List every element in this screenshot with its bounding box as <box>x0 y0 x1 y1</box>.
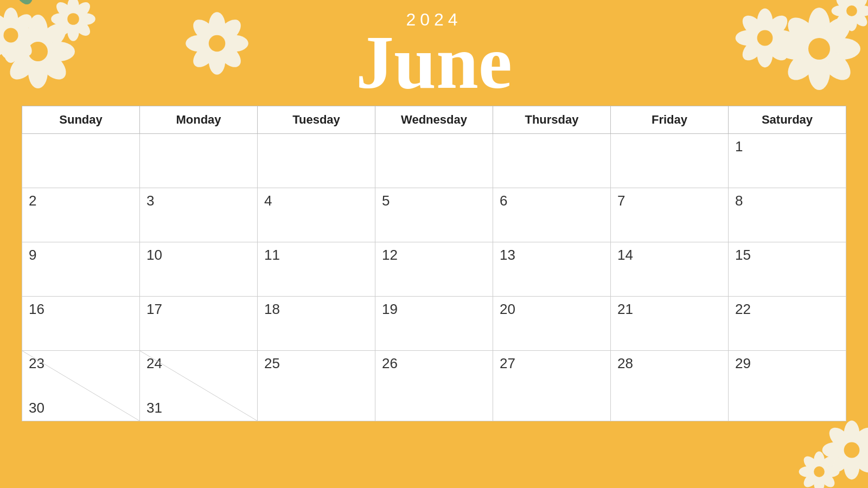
week-row-3: 9 10 11 12 13 14 15 <box>22 242 846 297</box>
svg-line-86 <box>140 351 257 421</box>
day-4: 4 <box>258 188 375 242</box>
day-14: 14 <box>611 242 729 297</box>
header-friday: Friday <box>611 106 729 134</box>
day-5: 5 <box>375 188 493 242</box>
day-1: 1 <box>729 134 846 188</box>
day-27: 27 <box>493 351 611 421</box>
day-24-31: 24 31 <box>140 351 258 421</box>
day-21: 21 <box>611 297 729 351</box>
day-11: 11 <box>258 242 375 297</box>
calendar-body: 1 2 3 4 5 6 7 8 9 10 11 12 13 14 15 <box>22 134 846 421</box>
day-10: 10 <box>140 242 258 297</box>
calendar-table: Sunday Monday Tuesday Wednesday Thursday… <box>22 106 846 421</box>
calendar-grid: Sunday Monday Tuesday Wednesday Thursday… <box>22 106 846 421</box>
header-saturday: Saturday <box>729 106 846 134</box>
day-9: 9 <box>22 242 140 297</box>
week-row-5: 23 30 24 31 25 26 27 28 29 <box>22 351 846 421</box>
svg-point-75 <box>844 442 860 458</box>
day-empty-6 <box>611 134 729 188</box>
header-tuesday: Tuesday <box>258 106 375 134</box>
day-3: 3 <box>140 188 258 242</box>
svg-point-84 <box>814 466 825 477</box>
day-19: 19 <box>375 297 493 351</box>
header-monday: Monday <box>140 106 258 134</box>
month-label: June <box>0 24 868 100</box>
day-25: 25 <box>258 351 375 421</box>
day-8: 8 <box>729 188 846 242</box>
day-23-30: 23 30 <box>22 351 140 421</box>
week-row-4: 16 17 18 19 20 21 22 <box>22 297 846 351</box>
day-15: 15 <box>729 242 846 297</box>
day-17: 17 <box>140 297 258 351</box>
weekday-header-row: Sunday Monday Tuesday Wednesday Thursday… <box>22 106 846 134</box>
day-18: 18 <box>258 297 375 351</box>
day-empty-5 <box>493 134 611 188</box>
day-6: 6 <box>493 188 611 242</box>
day-22: 22 <box>729 297 846 351</box>
day-29: 29 <box>729 351 846 421</box>
header-wednesday: Wednesday <box>375 106 493 134</box>
day-7: 7 <box>611 188 729 242</box>
day-empty-3 <box>258 134 375 188</box>
day-2: 2 <box>22 188 140 242</box>
day-16: 16 <box>22 297 140 351</box>
week-row-2: 2 3 4 5 6 7 8 <box>22 188 846 242</box>
day-empty-2 <box>140 134 258 188</box>
day-26: 26 <box>375 351 493 421</box>
header-thursday: Thursday <box>493 106 611 134</box>
week-row-1: 1 <box>22 134 846 188</box>
day-28: 28 <box>611 351 729 421</box>
flower-decoration-br <box>765 418 868 488</box>
day-20: 20 <box>493 297 611 351</box>
day-empty-1 <box>22 134 140 188</box>
day-13: 13 <box>493 242 611 297</box>
day-12: 12 <box>375 242 493 297</box>
svg-line-85 <box>22 351 139 421</box>
day-empty-4 <box>375 134 493 188</box>
header-sunday: Sunday <box>22 106 140 134</box>
calendar-header: 2024 June <box>0 0 868 106</box>
